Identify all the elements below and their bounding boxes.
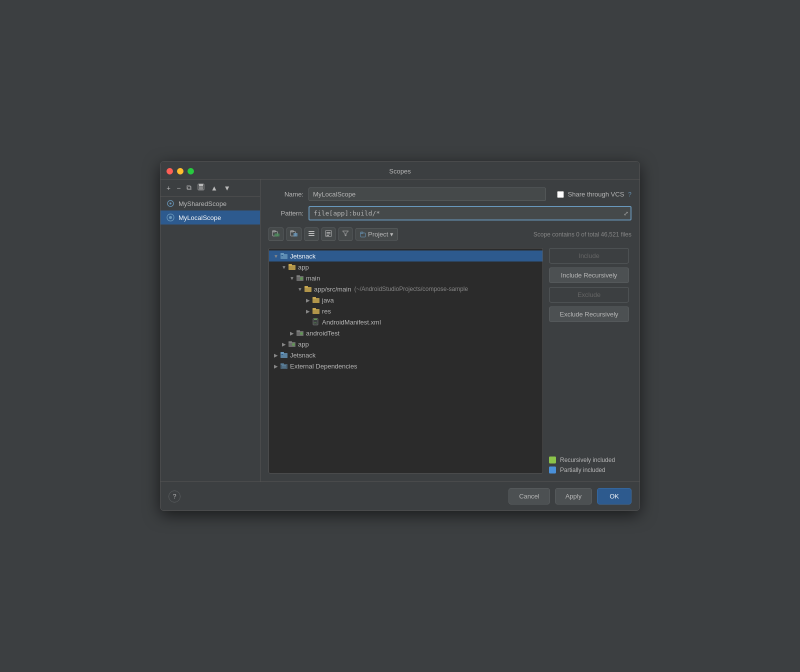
legend-item-partial: Partially included (549, 466, 632, 474)
arrow-app[interactable] (280, 264, 288, 270)
plus-icon: + (166, 184, 170, 192)
project-files-icon (272, 231, 280, 238)
include-recursively-label: Include Recursively (561, 272, 618, 279)
svg-rect-15 (308, 235, 314, 236)
vcs-help-icon[interactable]: ? (628, 191, 632, 198)
filter-button[interactable] (338, 228, 352, 241)
arrow-external-deps[interactable] (272, 364, 280, 369)
svg-point-29 (300, 277, 303, 280)
scope-shared-label: MySharedScope (178, 200, 226, 208)
node-label-androidtest: androidTest (306, 330, 340, 337)
node-label-app-src-main: app/src/main (314, 286, 351, 293)
tree-node-jetsnack-root[interactable]: Jetsnack (269, 250, 542, 262)
exclude-button[interactable]: Exclude (549, 287, 629, 302)
file-tree[interactable]: Jetsnack app (268, 248, 543, 474)
copy-icon: ⧉ (186, 184, 192, 192)
svg-point-4 (170, 202, 172, 204)
folder-icon-java (312, 296, 320, 304)
pattern-label: Pattern: (268, 210, 304, 217)
include-button[interactable]: Include (549, 248, 629, 264)
vcs-checkbox[interactable] (557, 191, 564, 198)
tree-toolbar: Project ▾ Scope contains 0 of total 46,5… (268, 226, 632, 243)
add-scope-button[interactable]: + (164, 183, 172, 193)
node-label-java: java (322, 296, 334, 304)
left-panel: + − ⧉ (160, 180, 260, 482)
name-input[interactable] (308, 188, 546, 201)
scope-list: MySharedScope MyLocalScope (160, 196, 260, 482)
svg-rect-12 (294, 233, 298, 236)
action-buttons: Include Include Recursively Exclude Excl… (549, 248, 629, 322)
move-up-button[interactable]: ▲ (208, 183, 220, 193)
include-test-files-button[interactable] (286, 228, 302, 241)
tree-node-app[interactable]: app (269, 262, 542, 272)
deps-icon (280, 362, 288, 370)
arrow-jetsnack2[interactable] (272, 352, 280, 358)
tree-node-main[interactable]: main (269, 272, 542, 284)
flatten-icon (308, 231, 315, 238)
svg-rect-2 (199, 187, 203, 190)
close-button[interactable] (166, 168, 173, 174)
arrow-main[interactable] (288, 276, 296, 281)
title-bar: Scopes (160, 162, 640, 180)
arrow-androidtest[interactable] (288, 330, 296, 336)
arrow-app2[interactable] (280, 342, 288, 347)
minimize-button[interactable] (177, 168, 184, 174)
svg-rect-1 (199, 184, 203, 186)
include-recursively-button[interactable]: Include Recursively (549, 268, 629, 283)
tree-node-androidtest[interactable]: androidTest (269, 328, 542, 338)
folder-icon-main (296, 274, 304, 282)
save-icon (198, 184, 204, 192)
minus-icon: − (176, 184, 180, 192)
filter-icon (342, 231, 349, 238)
cancel-button[interactable]: Cancel (508, 488, 550, 504)
move-down-button[interactable]: ▼ (222, 183, 232, 193)
compact-button[interactable] (322, 228, 336, 241)
node-label-res: res (322, 308, 331, 315)
flatten-button[interactable] (304, 228, 318, 241)
pattern-input[interactable] (308, 206, 632, 220)
arrow-java[interactable] (304, 298, 312, 303)
maximize-button[interactable] (188, 168, 194, 174)
project-dropdown-button[interactable]: Project ▾ (356, 228, 398, 240)
tree-node-app-src-main[interactable]: app/src/main (~/AndroidStudioProjects/co… (269, 284, 542, 294)
include-project-files-button[interactable] (268, 228, 284, 241)
svg-rect-31 (304, 286, 308, 288)
svg-rect-28 (296, 275, 300, 277)
tree-node-app2[interactable]: app (269, 338, 542, 350)
svg-rect-14 (308, 233, 314, 234)
svg-rect-9 (274, 234, 280, 236)
svg-rect-18 (326, 234, 330, 234)
folder-icon-app2 (288, 340, 296, 348)
remove-scope-button[interactable]: − (174, 183, 182, 193)
tree-node-external-deps[interactable]: External Dependencies (269, 360, 542, 372)
apply-button[interactable]: Apply (555, 488, 592, 504)
arrow-res[interactable] (304, 308, 312, 314)
svg-point-44 (292, 343, 295, 346)
tree-node-androidmanifest[interactable]: XML AndroidManifest.xml (269, 316, 542, 328)
pattern-expand-button[interactable]: ⤢ (624, 210, 628, 217)
tree-node-java[interactable]: java (269, 294, 542, 306)
scope-item-shared[interactable]: MySharedScope (160, 196, 260, 210)
help-icon: ? (172, 492, 176, 500)
svg-point-6 (169, 216, 172, 219)
legend: Recursively included Partially included (549, 452, 632, 474)
help-button[interactable]: ? (168, 490, 180, 502)
dialog-body: + − ⧉ (160, 180, 640, 482)
project-icon (360, 232, 366, 238)
svg-rect-17 (326, 232, 330, 233)
exclude-label: Exclude (578, 291, 600, 298)
exclude-recursively-button[interactable]: Exclude Recursively (549, 306, 629, 322)
svg-rect-37 (314, 318, 317, 320)
svg-rect-43 (288, 341, 292, 343)
apply-label: Apply (566, 492, 582, 500)
tree-node-res[interactable]: res (269, 306, 542, 316)
arrow-jetsnack-root[interactable] (272, 254, 280, 259)
arrow-app-src-main[interactable] (296, 286, 304, 292)
scope-item-local[interactable]: MyLocalScope (160, 210, 260, 224)
save-scope-button[interactable] (196, 182, 206, 193)
node-label-jetsnack-root: Jetsnack (290, 252, 316, 260)
tree-node-jetsnack2[interactable]: Jetsnack (269, 350, 542, 360)
copy-scope-button[interactable]: ⧉ (184, 182, 194, 193)
ok-button[interactable]: OK (597, 488, 632, 504)
content-area: Jetsnack app (268, 248, 632, 474)
